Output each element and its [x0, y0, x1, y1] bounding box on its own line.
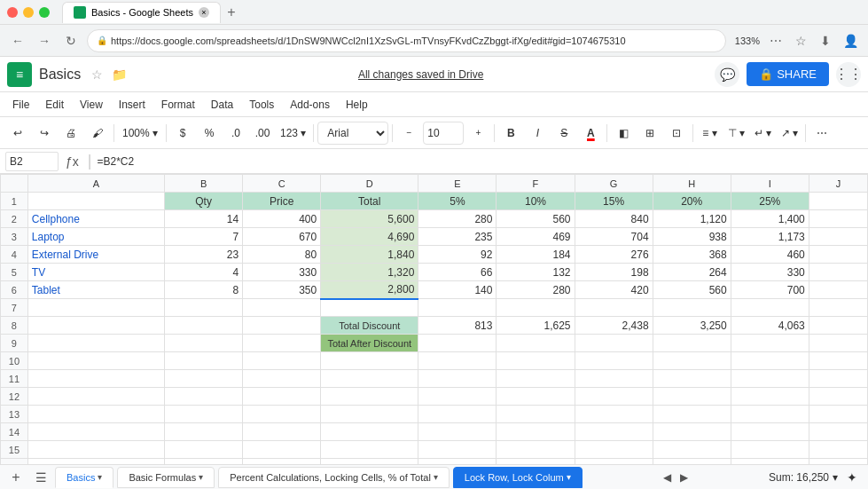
cell-14-9[interactable]: [809, 423, 867, 441]
col-header-i[interactable]: I: [731, 175, 809, 193]
cell-15-9[interactable]: [809, 441, 867, 459]
cell-4-2[interactable]: 80: [243, 246, 321, 264]
cell-9-0[interactable]: [27, 335, 164, 352]
cell-5-9[interactable]: [809, 264, 867, 281]
cell-9-5[interactable]: [497, 335, 575, 352]
cell-9-8[interactable]: [731, 335, 809, 352]
col-header-b[interactable]: B: [165, 175, 243, 193]
col-header-j[interactable]: J: [809, 175, 867, 193]
cell-8-8[interactable]: 4,063: [731, 317, 809, 335]
cell-11-8[interactable]: [731, 370, 809, 388]
sheet-tab-percent[interactable]: Percent Calculations, Locking Cells, % o…: [218, 467, 450, 488]
col-header-c[interactable]: C: [243, 175, 321, 193]
cell-12-4[interactable]: [418, 388, 497, 406]
cell-5-0[interactable]: TV: [27, 264, 164, 281]
cell-13-9[interactable]: [809, 406, 867, 423]
more-formats-button[interactable]: 123 ▾: [277, 121, 309, 146]
cell-6-6[interactable]: 420: [575, 281, 653, 299]
cell-10-9[interactable]: [809, 352, 867, 370]
percent-button[interactable]: %: [197, 121, 222, 146]
cell-1-2[interactable]: Price: [243, 193, 321, 210]
cell-2-6[interactable]: 840: [575, 210, 653, 228]
row-header-13[interactable]: 13: [1, 406, 28, 423]
cell-6-9[interactable]: [809, 281, 867, 299]
cell-2-1[interactable]: 14: [165, 210, 243, 228]
cell-10-2[interactable]: [243, 352, 321, 370]
cell-13-4[interactable]: [418, 406, 497, 423]
redo-button[interactable]: ↪: [32, 121, 57, 146]
extensions-icon[interactable]: ⋯: [765, 30, 786, 51]
text-color-button[interactable]: A: [578, 121, 603, 146]
row-header-15[interactable]: 15: [1, 441, 28, 459]
row-header-6[interactable]: 6: [1, 281, 28, 299]
merge-button[interactable]: ⊡: [664, 121, 689, 146]
cell-2-3[interactable]: 5,600: [321, 210, 418, 228]
cell-13-5[interactable]: [497, 406, 575, 423]
maximize-button[interactable]: [39, 7, 50, 18]
cell-8-7[interactable]: 3,250: [653, 317, 731, 335]
cell-15-5[interactable]: [497, 441, 575, 459]
cell-1-1[interactable]: Qty: [165, 193, 243, 210]
cell-7-9[interactable]: [809, 299, 867, 317]
menu-tools[interactable]: Tools: [242, 95, 281, 114]
cell-8-6[interactable]: 2,438: [575, 317, 653, 335]
cell-3-8[interactable]: 1,173: [731, 228, 809, 246]
cell-1-9[interactable]: [809, 193, 867, 210]
cell-4-5[interactable]: 184: [497, 246, 575, 264]
cell-11-9[interactable]: [809, 370, 867, 388]
cell-2-4[interactable]: 280: [418, 210, 497, 228]
decimal-dec-button[interactable]: .0: [223, 121, 248, 146]
more-toolbar-button[interactable]: ⋯: [809, 121, 834, 146]
row-header-7[interactable]: 7: [1, 299, 28, 317]
cell-8-9[interactable]: [809, 317, 867, 335]
cell-15-8[interactable]: [731, 441, 809, 459]
cell-10-1[interactable]: [165, 352, 243, 370]
format-paint-button[interactable]: 🖌: [85, 121, 110, 146]
cell-11-0[interactable]: [27, 370, 164, 388]
wrap-button[interactable]: ↵ ▾: [750, 121, 775, 146]
formula-input[interactable]: =B2*C2: [97, 155, 863, 168]
cell-3-6[interactable]: 704: [575, 228, 653, 246]
cell-14-8[interactable]: [731, 423, 809, 441]
folder-icon[interactable]: 📁: [112, 67, 127, 82]
cell-3-2[interactable]: 670: [243, 228, 321, 246]
cell-12-9[interactable]: [809, 388, 867, 406]
tab-close-button[interactable]: ×: [199, 7, 209, 18]
menu-edit[interactable]: Edit: [38, 95, 71, 114]
cell-9-7[interactable]: [653, 335, 731, 352]
cell-10-0[interactable]: [27, 352, 164, 370]
cell-5-6[interactable]: 198: [575, 264, 653, 281]
cell-12-5[interactable]: [497, 388, 575, 406]
cell-14-4[interactable]: [418, 423, 497, 441]
download-icon[interactable]: ⬇: [815, 30, 836, 51]
cell-14-5[interactable]: [497, 423, 575, 441]
minimize-button[interactable]: [23, 7, 34, 18]
close-button[interactable]: [7, 7, 18, 18]
cell-1-8[interactable]: 25%: [731, 193, 809, 210]
cell-10-4[interactable]: [418, 352, 497, 370]
print-button[interactable]: 🖨: [59, 121, 83, 146]
cell-4-7[interactable]: 368: [653, 246, 731, 264]
profile-icon[interactable]: 👤: [840, 30, 861, 51]
cell-14-6[interactable]: [575, 423, 653, 441]
add-sheet-button[interactable]: +: [5, 467, 27, 488]
cell-reference-box[interactable]: [5, 152, 59, 171]
row-header-8[interactable]: 8: [1, 317, 28, 335]
cell-2-5[interactable]: 560: [497, 210, 575, 228]
menu-format[interactable]: Format: [154, 95, 202, 114]
cell-12-2[interactable]: [243, 388, 321, 406]
sheet-tab-basic-formulas[interactable]: Basic Formulas ▾: [117, 467, 215, 488]
new-tab-button[interactable]: +: [221, 2, 242, 23]
cell-10-3[interactable]: [321, 352, 418, 370]
cell-10-7[interactable]: [653, 352, 731, 370]
cell-7-3[interactable]: [321, 299, 418, 317]
cell-4-0[interactable]: External Drive: [27, 246, 164, 264]
strikethrough-button[interactable]: S: [551, 121, 576, 146]
zoom-select[interactable]: 100% ▾: [118, 121, 162, 146]
sheet-menu-button[interactable]: ☰: [30, 467, 51, 488]
cell-12-6[interactable]: [575, 388, 653, 406]
explore-button[interactable]: ✦: [841, 467, 863, 488]
menu-file[interactable]: File: [5, 95, 36, 114]
cell-4-4[interactable]: 92: [418, 246, 497, 264]
col-header-a[interactable]: A: [27, 175, 164, 193]
